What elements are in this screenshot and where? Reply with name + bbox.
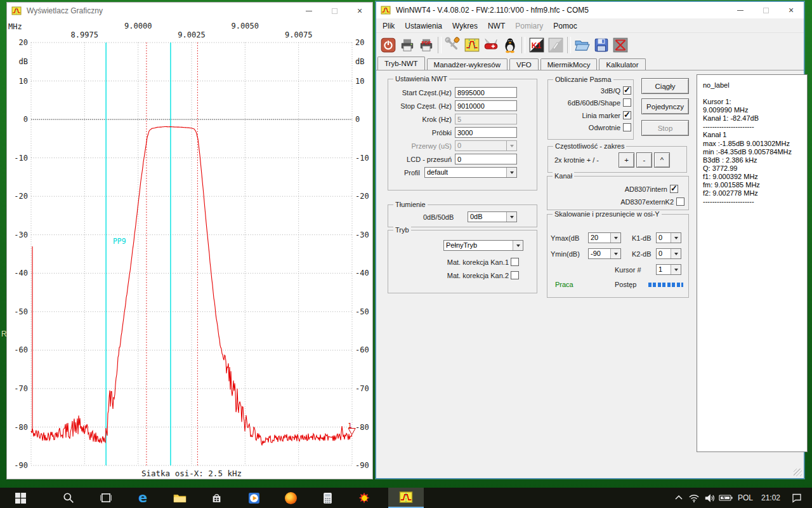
open-file-button[interactable]	[573, 36, 592, 55]
group-title: Obliczanie Pasma	[553, 76, 613, 83]
tray-volume-button[interactable]	[702, 488, 718, 508]
attenuator-label: 0dB/50dB	[423, 213, 454, 221]
tab-content: Ustawienia NWT Start Częst.(Hz) Stop Czę…	[376, 70, 804, 478]
group-tryb: Tryb PełnyTryb Mat. korekcja Kan.1 Mat. …	[388, 230, 537, 293]
tray-expand-button[interactable]	[671, 488, 686, 508]
save-file-button[interactable]	[592, 36, 611, 55]
tab-tryb-nwt[interactable]: Tryb-NWT	[377, 57, 425, 70]
store-button[interactable]	[204, 488, 229, 508]
ad8307intern-checkb0x[interactable]	[670, 185, 678, 193]
minimize-button[interactable]	[296, 3, 322, 19]
maximize-icon	[763, 8, 769, 13]
attenuator-combo[interactable]: 0dB	[468, 211, 517, 222]
k1-channel-button[interactable]: K1	[527, 36, 546, 55]
6db-60db-label: 6dB/60dB/Shape	[548, 99, 620, 107]
edge-button[interactable]: e	[130, 488, 155, 508]
info-line: f1: 9.000392 MHz	[703, 173, 807, 181]
ad8307externk2-checkbox[interactable]	[676, 197, 684, 206]
profil-combo[interactable]: default	[424, 167, 517, 178]
chevron-down-icon	[610, 249, 620, 258]
resize-grip[interactable]	[794, 469, 802, 476]
stop-freq-input[interactable]	[455, 100, 517, 111]
zakres-caret-button[interactable]: ^	[654, 152, 670, 168]
tools-icon	[445, 37, 461, 53]
chevron-down-icon	[671, 249, 681, 258]
menu-wykres[interactable]: Wykres	[447, 20, 483, 32]
probki-input[interactable]	[455, 127, 517, 138]
close-button[interactable]: ×	[347, 3, 372, 19]
kursor-combo[interactable]: 1	[656, 264, 681, 275]
chevron-down-icon	[610, 233, 620, 243]
y-axis-unit: dB	[19, 57, 28, 66]
start-freq-input[interactable]	[455, 87, 517, 98]
korekcja-kan1-checkbox[interactable]	[511, 258, 519, 266]
close-button[interactable]: ×	[778, 2, 804, 18]
y-tick-label: -60	[14, 345, 28, 354]
graph-window-titlebar[interactable]: Wyświetlacz Graficzny ×	[7, 3, 372, 19]
k1-db-combo[interactable]: 0	[656, 232, 681, 243]
main-window-titlebar[interactable]: WinNWT4 - V.4.08.02 - FW:2.110:V00 - hfm…	[376, 2, 804, 18]
winnwt-taskbar-button[interactable]	[388, 488, 424, 508]
image-viewer-button[interactable]	[351, 488, 377, 508]
films-tv-button[interactable]	[241, 488, 266, 508]
ymax-combo[interactable]: 20	[588, 232, 621, 243]
menu-nwt[interactable]: NWT	[483, 20, 510, 32]
group-title: Tryb	[393, 226, 411, 234]
maximize-button[interactable]	[753, 2, 778, 18]
tray-network-button[interactable]	[686, 488, 702, 508]
tab-manadzer-wykresow[interactable]: Manadżer-wykresów	[427, 58, 508, 70]
sweep-button[interactable]	[611, 36, 630, 55]
menu-ustawienia[interactable]: Ustawienia	[400, 20, 447, 32]
tray-clock-button[interactable]: 21:02	[756, 488, 785, 508]
start-button[interactable]	[5, 488, 36, 508]
taskbar-search-button[interactable]	[56, 488, 81, 508]
odwrotnie-checkbox[interactable]	[623, 123, 631, 131]
3db-q-checkbox[interactable]	[623, 86, 631, 95]
file-explorer-button[interactable]	[167, 488, 192, 508]
settings-tools-button[interactable]	[443, 36, 462, 55]
ymin-combo[interactable]: -90	[588, 248, 621, 259]
tux-button[interactable]	[501, 36, 520, 55]
k2-db-combo[interactable]: 0	[656, 248, 681, 259]
korekcja-kan2-checkbox[interactable]	[511, 271, 519, 279]
task-view-button[interactable]	[93, 488, 119, 508]
action-center-button[interactable]	[787, 488, 807, 508]
swiss-knife-icon	[483, 37, 499, 53]
y-tick-label: -30	[355, 231, 369, 239]
tray-language-button[interactable]: POL	[735, 488, 756, 508]
menu-plik[interactable]: Plik	[377, 20, 400, 32]
ciagly-button[interactable]: Ciągły	[641, 78, 689, 94]
maximize-button[interactable]	[322, 3, 347, 19]
linia-marker-checkbox[interactable]	[623, 111, 631, 119]
tryb-combo[interactable]: PełnyTryb	[443, 240, 523, 251]
chevron-down-icon	[513, 241, 523, 250]
tab-kalkulator[interactable]: Kalkulator	[599, 58, 645, 70]
print-pdf-button[interactable]: PDF	[417, 36, 436, 55]
y-tick-label: 0	[355, 115, 360, 124]
ad8307externk2-label: AD8307externK2	[573, 198, 674, 206]
minimize-button[interactable]	[728, 2, 753, 18]
tab-miermikmocy[interactable]: MiermikMocy	[540, 58, 598, 70]
graph-display-button[interactable]	[462, 36, 481, 55]
zakres-minus-button[interactable]: -	[636, 152, 652, 168]
chevron-down-icon	[671, 233, 681, 243]
tray-battery-button[interactable]	[717, 488, 735, 508]
calculator-button[interactable]	[315, 488, 340, 508]
graph-window-title: Wyświetlacz Graficzny	[27, 6, 103, 15]
y-tick-label: -70	[355, 384, 369, 393]
multitool-button[interactable]	[481, 36, 501, 55]
k2-channel-button[interactable]	[546, 36, 565, 55]
cursor-label: 1	[348, 422, 351, 429]
films-tv-icon	[248, 492, 260, 504]
firefox-button[interactable]	[278, 488, 303, 508]
y-tick-label: -20	[14, 192, 28, 201]
lcd-przesun-input[interactable]	[455, 154, 517, 164]
winnwt-app-icon	[399, 490, 413, 504]
pojedynczy-button[interactable]: Pojedynczy	[641, 98, 689, 114]
6db-60db-checkbox[interactable]	[623, 98, 631, 107]
menu-pomoc[interactable]: Pomoc	[548, 20, 582, 32]
power-button[interactable]	[379, 36, 398, 55]
print-button[interactable]	[398, 36, 417, 55]
zakres-plus-button[interactable]: +	[619, 152, 634, 168]
tab-vfo[interactable]: VFO	[509, 58, 539, 70]
